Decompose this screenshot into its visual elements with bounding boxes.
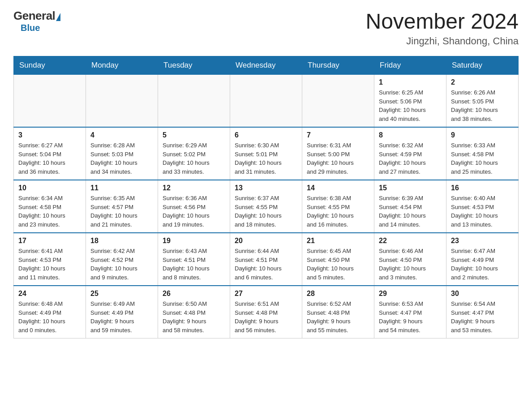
day-info: Sunrise: 6:44 AM Sunset: 4:51 PM Dayligh… — [235, 247, 297, 282]
calendar-cell: 20Sunrise: 6:44 AM Sunset: 4:51 PM Dayli… — [230, 233, 302, 286]
calendar-cell: 2Sunrise: 6:26 AM Sunset: 5:05 PM Daylig… — [446, 75, 519, 128]
day-number: 4 — [90, 131, 153, 139]
day-info: Sunrise: 6:25 AM Sunset: 5:06 PM Dayligh… — [379, 88, 442, 123]
calendar-week-row-1: 3Sunrise: 6:27 AM Sunset: 5:04 PM Daylig… — [14, 127, 519, 180]
day-number: 27 — [235, 290, 297, 298]
day-info: Sunrise: 6:37 AM Sunset: 4:55 PM Dayligh… — [235, 194, 297, 229]
calendar-cell: 18Sunrise: 6:42 AM Sunset: 4:52 PM Dayli… — [86, 233, 158, 286]
day-number: 18 — [90, 237, 153, 245]
calendar-cell: 14Sunrise: 6:38 AM Sunset: 4:55 PM Dayli… — [302, 180, 374, 233]
calendar-week-row-0: 1Sunrise: 6:25 AM Sunset: 5:06 PM Daylig… — [14, 75, 519, 128]
header-saturday: Saturday — [446, 56, 519, 75]
calendar-table: Sunday Monday Tuesday Wednesday Thursday… — [13, 56, 519, 338]
day-number: 12 — [163, 184, 225, 192]
day-info: Sunrise: 6:31 AM Sunset: 5:00 PM Dayligh… — [307, 141, 369, 176]
logo: General Blue — [13, 9, 60, 33]
logo-triangle-icon — [56, 13, 60, 21]
calendar-cell: 21Sunrise: 6:45 AM Sunset: 4:50 PM Dayli… — [302, 233, 374, 286]
day-info: Sunrise: 6:39 AM Sunset: 4:54 PM Dayligh… — [379, 194, 442, 229]
calendar-header-row: Sunday Monday Tuesday Wednesday Thursday… — [14, 56, 519, 75]
location-subtitle: Jingzhi, Shandong, China — [365, 35, 519, 47]
day-number: 16 — [451, 184, 514, 192]
page-header: General Blue November 2024 Jingzhi, Shan… — [13, 9, 519, 47]
calendar-cell: 29Sunrise: 6:53 AM Sunset: 4:47 PM Dayli… — [374, 286, 446, 338]
day-info: Sunrise: 6:42 AM Sunset: 4:52 PM Dayligh… — [90, 247, 153, 282]
day-number: 23 — [451, 237, 514, 245]
calendar-cell: 16Sunrise: 6:40 AM Sunset: 4:53 PM Dayli… — [446, 180, 519, 233]
calendar-cell — [302, 75, 374, 128]
day-number: 24 — [18, 290, 81, 298]
calendar-cell: 11Sunrise: 6:35 AM Sunset: 4:57 PM Dayli… — [86, 180, 158, 233]
day-number: 29 — [379, 290, 442, 298]
day-info: Sunrise: 6:53 AM Sunset: 4:47 PM Dayligh… — [379, 300, 442, 334]
day-number: 25 — [90, 290, 153, 298]
day-info: Sunrise: 6:41 AM Sunset: 4:53 PM Dayligh… — [18, 247, 81, 282]
day-number: 28 — [307, 290, 369, 298]
day-info: Sunrise: 6:43 AM Sunset: 4:51 PM Dayligh… — [163, 247, 225, 282]
day-number: 13 — [235, 184, 297, 192]
day-info: Sunrise: 6:27 AM Sunset: 5:04 PM Dayligh… — [18, 141, 81, 176]
day-info: Sunrise: 6:32 AM Sunset: 4:59 PM Dayligh… — [379, 141, 442, 176]
day-info: Sunrise: 6:28 AM Sunset: 5:03 PM Dayligh… — [90, 141, 153, 176]
day-number: 15 — [379, 184, 442, 192]
day-info: Sunrise: 6:38 AM Sunset: 4:55 PM Dayligh… — [307, 194, 369, 229]
calendar-cell: 24Sunrise: 6:48 AM Sunset: 4:49 PM Dayli… — [14, 286, 86, 338]
calendar-cell: 7Sunrise: 6:31 AM Sunset: 5:00 PM Daylig… — [302, 127, 374, 180]
day-number: 17 — [18, 237, 81, 245]
calendar-cell: 10Sunrise: 6:34 AM Sunset: 4:58 PM Dayli… — [14, 180, 86, 233]
calendar-cell: 5Sunrise: 6:29 AM Sunset: 5:02 PM Daylig… — [158, 127, 230, 180]
day-info: Sunrise: 6:33 AM Sunset: 4:58 PM Dayligh… — [451, 141, 514, 176]
calendar-cell — [230, 75, 302, 128]
header-wednesday: Wednesday — [230, 56, 302, 75]
calendar-cell: 15Sunrise: 6:39 AM Sunset: 4:54 PM Dayli… — [374, 180, 446, 233]
calendar-cell: 12Sunrise: 6:36 AM Sunset: 4:56 PM Dayli… — [158, 180, 230, 233]
calendar-cell: 3Sunrise: 6:27 AM Sunset: 5:04 PM Daylig… — [14, 127, 86, 180]
calendar-week-row-3: 17Sunrise: 6:41 AM Sunset: 4:53 PM Dayli… — [14, 233, 519, 286]
logo-general-text: General — [13, 9, 55, 23]
calendar-cell: 1Sunrise: 6:25 AM Sunset: 5:06 PM Daylig… — [374, 75, 446, 128]
day-number: 26 — [163, 290, 225, 298]
calendar-cell: 8Sunrise: 6:32 AM Sunset: 4:59 PM Daylig… — [374, 127, 446, 180]
day-number: 11 — [90, 184, 153, 192]
day-info: Sunrise: 6:51 AM Sunset: 4:48 PM Dayligh… — [235, 300, 297, 334]
calendar-cell — [14, 75, 86, 128]
day-number: 3 — [18, 131, 81, 139]
day-info: Sunrise: 6:36 AM Sunset: 4:56 PM Dayligh… — [163, 194, 225, 229]
day-info: Sunrise: 6:40 AM Sunset: 4:53 PM Dayligh… — [451, 194, 514, 229]
calendar-cell — [86, 75, 158, 128]
day-number: 19 — [163, 237, 225, 245]
title-section: November 2024 Jingzhi, Shandong, China — [365, 9, 519, 47]
day-info: Sunrise: 6:54 AM Sunset: 4:47 PM Dayligh… — [451, 300, 514, 334]
day-info: Sunrise: 6:47 AM Sunset: 4:49 PM Dayligh… — [451, 247, 514, 282]
calendar-cell: 25Sunrise: 6:49 AM Sunset: 4:49 PM Dayli… — [86, 286, 158, 338]
calendar-cell: 26Sunrise: 6:50 AM Sunset: 4:48 PM Dayli… — [158, 286, 230, 338]
logo-blue-text: Blue — [21, 23, 40, 33]
day-info: Sunrise: 6:49 AM Sunset: 4:49 PM Dayligh… — [90, 300, 153, 334]
day-number: 2 — [451, 78, 514, 86]
calendar-cell: 28Sunrise: 6:52 AM Sunset: 4:48 PM Dayli… — [302, 286, 374, 338]
day-number: 30 — [451, 290, 514, 298]
header-thursday: Thursday — [302, 56, 374, 75]
calendar-cell: 4Sunrise: 6:28 AM Sunset: 5:03 PM Daylig… — [86, 127, 158, 180]
calendar-week-row-2: 10Sunrise: 6:34 AM Sunset: 4:58 PM Dayli… — [14, 180, 519, 233]
month-title: November 2024 — [365, 9, 519, 34]
calendar-cell: 9Sunrise: 6:33 AM Sunset: 4:58 PM Daylig… — [446, 127, 519, 180]
day-info: Sunrise: 6:52 AM Sunset: 4:48 PM Dayligh… — [307, 300, 369, 334]
day-info: Sunrise: 6:45 AM Sunset: 4:50 PM Dayligh… — [307, 247, 369, 282]
day-number: 22 — [379, 237, 442, 245]
calendar-cell: 22Sunrise: 6:46 AM Sunset: 4:50 PM Dayli… — [374, 233, 446, 286]
day-info: Sunrise: 6:35 AM Sunset: 4:57 PM Dayligh… — [90, 194, 153, 229]
day-number: 6 — [235, 131, 297, 139]
calendar-cell: 23Sunrise: 6:47 AM Sunset: 4:49 PM Dayli… — [446, 233, 519, 286]
day-info: Sunrise: 6:30 AM Sunset: 5:01 PM Dayligh… — [235, 141, 297, 176]
header-friday: Friday — [374, 56, 446, 75]
day-info: Sunrise: 6:34 AM Sunset: 4:58 PM Dayligh… — [18, 194, 81, 229]
day-number: 20 — [235, 237, 297, 245]
header-sunday: Sunday — [14, 56, 86, 75]
day-info: Sunrise: 6:48 AM Sunset: 4:49 PM Dayligh… — [18, 300, 81, 334]
calendar-cell: 13Sunrise: 6:37 AM Sunset: 4:55 PM Dayli… — [230, 180, 302, 233]
calendar-cell: 27Sunrise: 6:51 AM Sunset: 4:48 PM Dayli… — [230, 286, 302, 338]
day-info: Sunrise: 6:46 AM Sunset: 4:50 PM Dayligh… — [379, 247, 442, 282]
day-info: Sunrise: 6:26 AM Sunset: 5:05 PM Dayligh… — [451, 88, 514, 123]
calendar-cell: 30Sunrise: 6:54 AM Sunset: 4:47 PM Dayli… — [446, 286, 519, 338]
